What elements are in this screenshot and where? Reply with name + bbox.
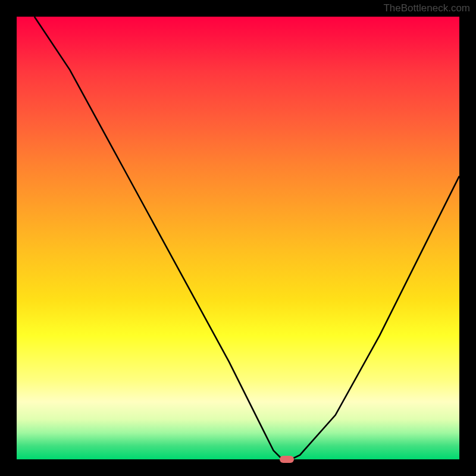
chart-frame: TheBottleneck.com bbox=[0, 0, 476, 476]
watermark-label: TheBottleneck.com bbox=[383, 2, 470, 14]
bottleneck-curve bbox=[35, 17, 459, 459]
curve-layer bbox=[0, 0, 476, 476]
optimum-marker bbox=[280, 456, 294, 463]
